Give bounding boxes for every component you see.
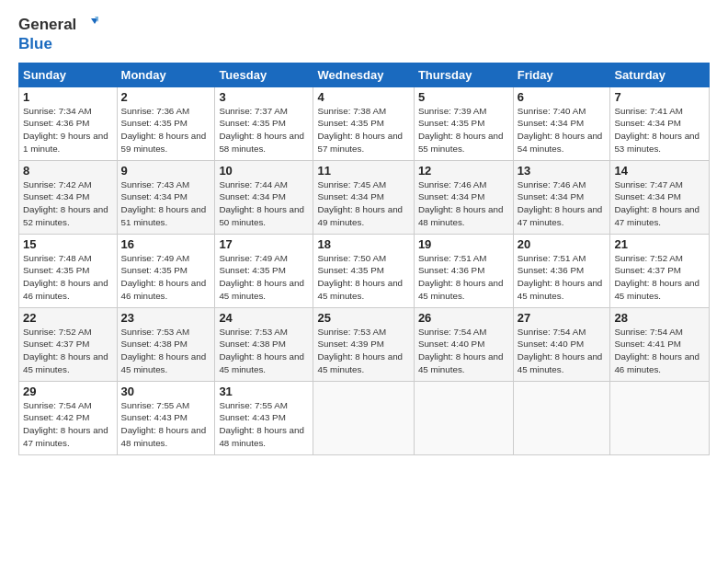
logo-general: General bbox=[18, 16, 76, 34]
day-number: 5 bbox=[418, 90, 509, 104]
day-info: Sunrise: 7:55 AMSunset: 4:43 PMDaylight:… bbox=[219, 400, 304, 448]
calendar-cell: 27 Sunrise: 7:54 AMSunset: 4:40 PMDaylig… bbox=[513, 307, 610, 381]
day-info: Sunrise: 7:48 AMSunset: 4:35 PMDaylight:… bbox=[23, 253, 108, 301]
day-number: 18 bbox=[317, 237, 409, 251]
calendar-table: SundayMondayTuesdayWednesdayThursdayFrid… bbox=[18, 63, 710, 455]
day-number: 9 bbox=[121, 164, 211, 178]
calendar-cell: 2 Sunrise: 7:36 AMSunset: 4:35 PMDayligh… bbox=[117, 86, 215, 160]
day-number: 21 bbox=[614, 237, 705, 251]
logo-bird-icon bbox=[78, 15, 98, 35]
day-number: 13 bbox=[518, 164, 607, 178]
day-info: Sunrise: 7:37 AMSunset: 4:35 PMDaylight:… bbox=[219, 106, 304, 154]
day-info: Sunrise: 7:53 AMSunset: 4:38 PMDaylight:… bbox=[121, 327, 207, 374]
day-info: Sunrise: 7:47 AMSunset: 4:34 PMDaylight:… bbox=[614, 179, 700, 227]
day-number: 7 bbox=[614, 90, 705, 104]
calendar-cell: 26 Sunrise: 7:54 AMSunset: 4:40 PMDaylig… bbox=[414, 307, 513, 381]
calendar-cell: 31 Sunrise: 7:55 AMSunset: 4:43 PMDaylig… bbox=[215, 381, 313, 454]
column-header-thursday: Thursday bbox=[414, 63, 513, 86]
calendar-cell: 1 Sunrise: 7:34 AMSunset: 4:36 PMDayligh… bbox=[19, 86, 118, 160]
calendar-cell: 25 Sunrise: 7:53 AMSunset: 4:39 PMDaylig… bbox=[313, 307, 414, 381]
week-row-3: 15 Sunrise: 7:48 AMSunset: 4:35 PMDaylig… bbox=[19, 234, 710, 307]
calendar-cell: 24 Sunrise: 7:53 AMSunset: 4:38 PMDaylig… bbox=[215, 307, 313, 381]
day-info: Sunrise: 7:39 AMSunset: 4:35 PMDaylight:… bbox=[418, 106, 504, 154]
calendar-cell: 16 Sunrise: 7:49 AMSunset: 4:35 PMDaylig… bbox=[117, 234, 215, 307]
column-header-friday: Friday bbox=[513, 63, 610, 86]
day-number: 31 bbox=[219, 385, 309, 398]
day-number: 4 bbox=[317, 90, 409, 104]
day-info: Sunrise: 7:45 AMSunset: 4:34 PMDaylight:… bbox=[317, 179, 403, 227]
calendar-cell: 22 Sunrise: 7:52 AMSunset: 4:37 PMDaylig… bbox=[19, 307, 118, 381]
day-info: Sunrise: 7:34 AMSunset: 4:36 PMDaylight:… bbox=[23, 106, 108, 154]
calendar-cell: 21 Sunrise: 7:52 AMSunset: 4:37 PMDaylig… bbox=[610, 234, 710, 307]
day-info: Sunrise: 7:54 AMSunset: 4:40 PMDaylight:… bbox=[518, 327, 603, 374]
day-info: Sunrise: 7:49 AMSunset: 4:35 PMDaylight:… bbox=[121, 253, 207, 301]
day-info: Sunrise: 7:51 AMSunset: 4:36 PMDaylight:… bbox=[518, 253, 603, 301]
calendar-cell: 15 Sunrise: 7:48 AMSunset: 4:35 PMDaylig… bbox=[19, 234, 118, 307]
logo-blue: Blue bbox=[18, 35, 52, 53]
day-number: 6 bbox=[518, 90, 607, 104]
page-container: General Blue SundayMondayTuesdayWednesda… bbox=[0, 0, 728, 465]
day-number: 27 bbox=[518, 311, 607, 325]
calendar-cell: 18 Sunrise: 7:50 AMSunset: 4:35 PMDaylig… bbox=[313, 234, 414, 307]
calendar-cell: 9 Sunrise: 7:43 AMSunset: 4:34 PMDayligh… bbox=[117, 160, 215, 234]
day-info: Sunrise: 7:53 AMSunset: 4:39 PMDaylight:… bbox=[317, 327, 403, 374]
calendar-cell: 30 Sunrise: 7:55 AMSunset: 4:43 PMDaylig… bbox=[117, 381, 215, 454]
day-number: 10 bbox=[219, 164, 309, 178]
column-header-wednesday: Wednesday bbox=[313, 63, 414, 86]
header: General Blue bbox=[18, 15, 710, 53]
week-row-1: 1 Sunrise: 7:34 AMSunset: 4:36 PMDayligh… bbox=[19, 86, 710, 160]
calendar-cell: 8 Sunrise: 7:42 AMSunset: 4:34 PMDayligh… bbox=[19, 160, 118, 234]
header-row: SundayMondayTuesdayWednesdayThursdayFrid… bbox=[19, 63, 710, 86]
column-header-tuesday: Tuesday bbox=[215, 63, 313, 86]
day-number: 24 bbox=[219, 311, 309, 325]
day-info: Sunrise: 7:40 AMSunset: 4:34 PMDaylight:… bbox=[518, 106, 603, 154]
calendar-cell: 11 Sunrise: 7:45 AMSunset: 4:34 PMDaylig… bbox=[313, 160, 414, 234]
day-info: Sunrise: 7:54 AMSunset: 4:42 PMDaylight:… bbox=[23, 400, 108, 448]
day-number: 22 bbox=[23, 311, 113, 325]
day-number: 15 bbox=[23, 237, 113, 251]
day-number: 26 bbox=[418, 311, 509, 325]
day-number: 3 bbox=[219, 90, 309, 104]
calendar-cell: 20 Sunrise: 7:51 AMSunset: 4:36 PMDaylig… bbox=[513, 234, 610, 307]
calendar-cell: 7 Sunrise: 7:41 AMSunset: 4:34 PMDayligh… bbox=[610, 86, 710, 160]
day-info: Sunrise: 7:54 AMSunset: 4:40 PMDaylight:… bbox=[418, 327, 504, 374]
day-number: 1 bbox=[23, 90, 113, 104]
day-number: 11 bbox=[317, 164, 409, 178]
day-number: 23 bbox=[121, 311, 211, 325]
day-info: Sunrise: 7:52 AMSunset: 4:37 PMDaylight:… bbox=[23, 327, 108, 374]
calendar-cell: 3 Sunrise: 7:37 AMSunset: 4:35 PMDayligh… bbox=[215, 86, 313, 160]
day-number: 28 bbox=[614, 311, 705, 325]
calendar-cell: 29 Sunrise: 7:54 AMSunset: 4:42 PMDaylig… bbox=[19, 381, 118, 454]
day-number: 2 bbox=[121, 90, 211, 104]
day-number: 8 bbox=[23, 164, 113, 178]
logo: General Blue bbox=[18, 15, 98, 53]
day-info: Sunrise: 7:43 AMSunset: 4:34 PMDaylight:… bbox=[121, 179, 207, 227]
column-header-monday: Monday bbox=[117, 63, 215, 86]
day-info: Sunrise: 7:54 AMSunset: 4:41 PMDaylight:… bbox=[614, 327, 700, 374]
calendar-cell: 4 Sunrise: 7:38 AMSunset: 4:35 PMDayligh… bbox=[313, 86, 414, 160]
calendar-cell bbox=[610, 381, 710, 454]
week-row-2: 8 Sunrise: 7:42 AMSunset: 4:34 PMDayligh… bbox=[19, 160, 710, 234]
day-info: Sunrise: 7:50 AMSunset: 4:35 PMDaylight:… bbox=[317, 253, 403, 301]
day-info: Sunrise: 7:46 AMSunset: 4:34 PMDaylight:… bbox=[418, 179, 504, 227]
calendar-cell bbox=[414, 381, 513, 454]
calendar-cell: 23 Sunrise: 7:53 AMSunset: 4:38 PMDaylig… bbox=[117, 307, 215, 381]
day-info: Sunrise: 7:51 AMSunset: 4:36 PMDaylight:… bbox=[418, 253, 504, 301]
day-info: Sunrise: 7:53 AMSunset: 4:38 PMDaylight:… bbox=[219, 327, 304, 374]
calendar-cell: 6 Sunrise: 7:40 AMSunset: 4:34 PMDayligh… bbox=[513, 86, 610, 160]
day-info: Sunrise: 7:42 AMSunset: 4:34 PMDaylight:… bbox=[23, 179, 108, 227]
calendar-cell: 19 Sunrise: 7:51 AMSunset: 4:36 PMDaylig… bbox=[414, 234, 513, 307]
day-number: 19 bbox=[418, 237, 509, 251]
calendar-cell bbox=[513, 381, 610, 454]
calendar-cell: 5 Sunrise: 7:39 AMSunset: 4:35 PMDayligh… bbox=[414, 86, 513, 160]
day-info: Sunrise: 7:44 AMSunset: 4:34 PMDaylight:… bbox=[219, 179, 304, 227]
day-number: 20 bbox=[518, 237, 607, 251]
day-info: Sunrise: 7:38 AMSunset: 4:35 PMDaylight:… bbox=[317, 106, 403, 154]
day-number: 16 bbox=[121, 237, 211, 251]
day-info: Sunrise: 7:41 AMSunset: 4:34 PMDaylight:… bbox=[614, 106, 700, 154]
day-number: 30 bbox=[121, 385, 211, 398]
calendar-cell: 17 Sunrise: 7:49 AMSunset: 4:35 PMDaylig… bbox=[215, 234, 313, 307]
calendar-cell: 14 Sunrise: 7:47 AMSunset: 4:34 PMDaylig… bbox=[610, 160, 710, 234]
calendar-cell: 12 Sunrise: 7:46 AMSunset: 4:34 PMDaylig… bbox=[414, 160, 513, 234]
day-number: 14 bbox=[614, 164, 705, 178]
